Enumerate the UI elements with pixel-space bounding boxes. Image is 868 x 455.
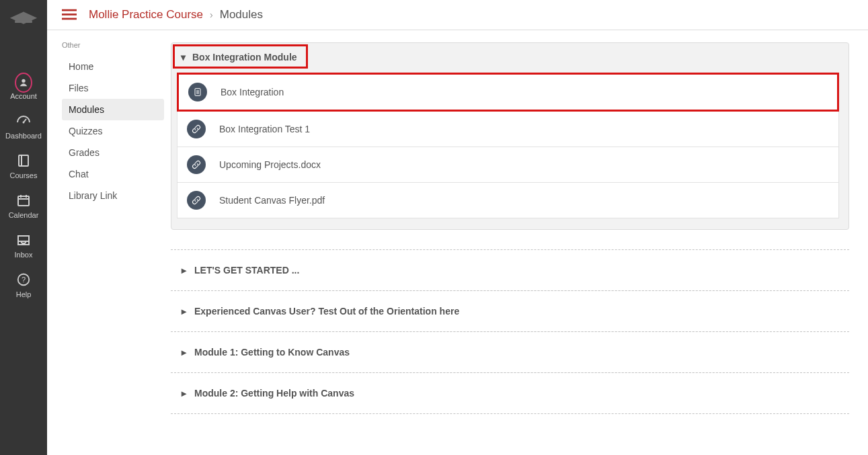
nav-help[interactable]: ? Help xyxy=(0,270,47,300)
course-nav-quizzes[interactable]: Quizzes xyxy=(62,120,164,142)
svg-text:?: ? xyxy=(22,276,26,284)
module-items: Box Integration Box Integration Test 1 U… xyxy=(171,70,849,229)
logo-icon xyxy=(9,8,38,38)
module-experienced-canvas-user[interactable]: ▸ Experienced Canvas User? Test Out of t… xyxy=(171,290,849,332)
module-title: Box Integration Module xyxy=(192,52,297,63)
svg-point-4 xyxy=(23,122,25,124)
hamburger-menu-icon[interactable] xyxy=(62,9,77,21)
breadcrumb-course-link[interactable]: Mollie Practice Course xyxy=(89,8,203,22)
svg-rect-16 xyxy=(62,18,77,20)
course-nav: Other Home Files Modules Quizzes Grades … xyxy=(47,30,171,455)
svg-rect-7 xyxy=(18,196,29,206)
caret-right-icon: ▸ xyxy=(182,265,186,276)
module-item-label: Upcoming Projects.docx xyxy=(219,159,321,170)
module-1-getting-to-know-canvas[interactable]: ▸ Module 1: Getting to Know Canvas xyxy=(171,331,849,373)
nav-account[interactable]: Account xyxy=(0,71,47,101)
svg-rect-5 xyxy=(19,155,28,166)
course-nav-files[interactable]: Files xyxy=(62,77,164,99)
nav-label: Inbox xyxy=(15,251,33,259)
module-title: Module 2: Getting Help with Canvas xyxy=(194,388,354,399)
nav-label: Courses xyxy=(10,171,38,179)
module-lets-get-started[interactable]: ▸ LET'S GET STARTED ... xyxy=(171,249,849,291)
topbar: Mollie Practice Course › Modules xyxy=(47,0,868,30)
svg-rect-1 xyxy=(15,20,32,23)
caret-right-icon: ▸ xyxy=(182,306,186,317)
link-icon xyxy=(187,120,206,138)
course-nav-grades[interactable]: Grades xyxy=(62,142,164,163)
nav-label: Calendar xyxy=(9,211,39,219)
svg-rect-14 xyxy=(62,9,77,11)
caret-down-icon: ▾ xyxy=(181,52,186,63)
course-nav-chat[interactable]: Chat xyxy=(62,163,164,185)
module-title: LET'S GET STARTED ... xyxy=(194,265,299,276)
module-item-box-integration[interactable]: Box Integration xyxy=(177,73,839,112)
course-nav-modules[interactable]: Modules xyxy=(62,99,164,120)
module-item-label: Box Integration Test 1 xyxy=(219,124,310,134)
module-title: Experienced Canvas User? Test Out of the… xyxy=(194,306,459,317)
module-item-label: Box Integration xyxy=(221,87,284,97)
module-header-box-integration[interactable]: ▾ Box Integration Module xyxy=(173,44,308,69)
calendar-icon xyxy=(15,192,32,209)
nav-label: Help xyxy=(16,290,32,298)
svg-rect-15 xyxy=(62,13,77,15)
main-area: Mollie Practice Course › Modules Other H… xyxy=(47,0,868,455)
breadcrumb-current: Modules xyxy=(220,8,263,22)
module-item-upcoming-projects[interactable]: Upcoming Projects.docx xyxy=(177,147,839,183)
breadcrumb: Mollie Practice Course › Modules xyxy=(89,8,263,22)
nav-dashboard[interactable]: Dashboard xyxy=(0,111,47,141)
nav-calendar[interactable]: Calendar xyxy=(0,190,47,220)
book-icon xyxy=(15,152,32,169)
link-icon xyxy=(187,191,206,210)
module-item-student-canvas-flyer[interactable]: Student Canvas Flyer.pdf xyxy=(177,183,839,218)
course-nav-section-label: Other xyxy=(62,41,171,49)
content: Other Home Files Modules Quizzes Grades … xyxy=(47,30,868,455)
nav-inbox[interactable]: Inbox xyxy=(0,230,47,260)
inbox-icon xyxy=(15,231,32,249)
link-icon xyxy=(187,155,206,174)
account-avatar-icon xyxy=(15,73,32,93)
caret-right-icon: ▸ xyxy=(182,388,186,399)
chevron-right-icon: › xyxy=(210,9,213,20)
nav-courses[interactable]: Courses xyxy=(0,151,47,181)
module-item-label: Student Canvas Flyer.pdf xyxy=(219,195,325,206)
module-2-getting-help-with-canvas[interactable]: ▸ Module 2: Getting Help with Canvas xyxy=(171,372,849,414)
global-nav: Account Dashboard Courses Calendar Inbox… xyxy=(0,0,47,455)
gauge-icon xyxy=(15,112,32,130)
module-title: Module 1: Getting to Know Canvas xyxy=(194,347,350,358)
help-icon: ? xyxy=(15,271,32,288)
course-nav-home[interactable]: Home xyxy=(62,56,164,77)
page-icon xyxy=(188,83,207,101)
nav-label: Account xyxy=(10,92,37,100)
caret-right-icon: ▸ xyxy=(182,347,186,358)
modules-area: ▾ Box Integration Module Box Integration xyxy=(171,30,868,455)
svg-point-2 xyxy=(22,79,25,82)
module-box-integration: ▾ Box Integration Module Box Integration xyxy=(171,42,849,230)
nav-label: Dashboard xyxy=(5,132,42,140)
course-nav-library-link[interactable]: Library Link xyxy=(62,185,164,206)
module-item-box-integration-test-1[interactable]: Box Integration Test 1 xyxy=(177,112,839,147)
